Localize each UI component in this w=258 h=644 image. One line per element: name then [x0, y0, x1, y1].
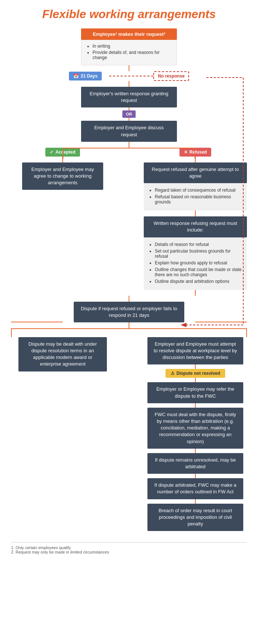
request-info-item-1: In writing — [93, 44, 171, 49]
wrb-5: Outline dispute and arbitration options — [155, 279, 242, 284]
dispute-left-branch: Dispute may be dealt with under dispute … — [11, 337, 114, 371]
dispute-conn-1 — [129, 296, 129, 302]
discuss-request-box: Employer and Employee discuss request — [81, 121, 177, 141]
fwc-conn-2 — [195, 403, 196, 408]
footnotes: 1. Only certain employees qualify 2. Req… — [11, 542, 247, 554]
connector-5 — [129, 142, 129, 148]
connector-4 — [129, 118, 129, 121]
written-response-grant-box: Employer's written response granting req… — [81, 87, 177, 107]
check-icon: ✓ — [50, 150, 53, 155]
right-split-vert — [195, 148, 195, 159]
no-response-badge: No response — [153, 71, 189, 81]
dispute-right-branch: Employer and Employee must attempt to re… — [144, 337, 247, 531]
left-split-vert — [63, 148, 63, 159]
wrb-3: Explain how grounds apply to refusal — [155, 260, 242, 266]
dispute-left-box: Dispute may be dealt with under dispute … — [18, 337, 107, 371]
or-badge: OR — [122, 110, 136, 118]
refused-box: Request refused after genuine attempt to… — [144, 162, 247, 183]
fwc-conn-3 — [195, 449, 196, 453]
days-row: 📅 21 Days No response — [11, 71, 247, 81]
right-merge-h — [195, 322, 247, 322]
connector-1 — [129, 65, 129, 71]
refused-conn-2 — [195, 210, 196, 216]
fwc-deal-box: FWC must deal with the dispute, firstly … — [147, 408, 243, 449]
footnote-1: 1. Only certain employees qualify — [11, 545, 247, 550]
dispute-right-vert — [246, 328, 247, 337]
written-response-refuse-box: Written response refusing request must i… — [144, 216, 247, 237]
wrb-1: Details of reason for refusal — [155, 242, 242, 247]
dispute-split-row: Dispute may be dealt with under dispute … — [11, 328, 247, 531]
dispute-right-box: Employer and Employee must attempt to re… — [147, 337, 243, 365]
cross-icon: ✕ — [184, 150, 188, 155]
dispute-not-resolved-badge: ⚠ Dispute not resolved — [165, 369, 226, 378]
request-info-item-2: Provide details of, and reasons for chan… — [93, 50, 171, 60]
refused-bullets: Regard taken of consequences of refusal … — [149, 188, 242, 205]
connector-2 — [129, 81, 129, 87]
days-badge: 📅 21 Days — [69, 72, 102, 80]
request-info-box: In writing Provide details of, and reaso… — [81, 40, 177, 65]
dispute-center: Dispute if request refused or employer f… — [63, 296, 195, 322]
wrb-4: Outline changes that could be made or st… — [155, 267, 242, 277]
refused-badge: ✕ Refused — [179, 148, 211, 157]
left-merge-h — [11, 322, 63, 322]
warning-icon: ⚠ — [171, 371, 175, 376]
written-response-refuse: Written response refusing request must i… — [144, 216, 247, 290]
accepted-box: Employer and Employee may agree to chang… — [22, 162, 103, 190]
dispute-h-line — [11, 328, 247, 329]
refer-fwc-box: Employer or Employee may refer the dispu… — [147, 382, 243, 403]
footnote-2: 2. Request may only be made in limited c… — [11, 550, 247, 554]
dispute-box: Dispute if request refused or employer f… — [74, 302, 184, 322]
refused-details: Regard taken of consequences of refusal … — [144, 183, 247, 210]
dnr-conn — [195, 364, 196, 369]
refused-branch: ✕ Refused Request refused after genuine … — [144, 148, 247, 296]
wrb-2: Set out particular business grounds for … — [155, 249, 242, 259]
connector-3 — [129, 107, 129, 110]
written-response-details: Details of reason for refusal Set out pa… — [144, 237, 247, 290]
refused-bullet-1: Regard taken of consequences of refusal — [155, 188, 242, 193]
employee-request-box: Employee¹ makes their request² — [81, 28, 177, 40]
written-response-bullets: Details of reason for refusal Set out pa… — [149, 242, 242, 284]
arbitrated-box: If dispute arbitrated, FWC may make a nu… — [147, 478, 243, 499]
merge-row: Dispute if request refused or employer f… — [11, 296, 247, 322]
request-info-list: In writing Provide details of, and reaso… — [87, 44, 171, 60]
connector-dispute — [129, 322, 129, 328]
calendar-icon: 📅 — [73, 73, 79, 79]
refused-conn-3 — [195, 290, 196, 296]
refused-bullet-2: Refusal based on reasonable business gro… — [155, 194, 242, 205]
fwc-conn-1 — [195, 378, 196, 382]
page-title: Flexible working arrangements — [11, 7, 247, 21]
dispute-left-vert — [11, 328, 12, 337]
unresolved-box: If dispute remains unresolved, may be ar… — [147, 453, 243, 474]
fwc-conn-4 — [195, 474, 196, 478]
breach-box: Breach of order may result in court proc… — [147, 504, 243, 531]
flowchart: Employee¹ makes their request² In writin… — [11, 28, 247, 531]
dashed-connector-top — [109, 76, 153, 76]
refused-info: Request refused after genuine attempt to… — [144, 162, 247, 210]
fwc-conn-5 — [195, 499, 196, 504]
horizontal-split-line — [63, 148, 195, 148]
split-row: ✓ Accepted Employer and Employee may agr… — [11, 148, 247, 296]
